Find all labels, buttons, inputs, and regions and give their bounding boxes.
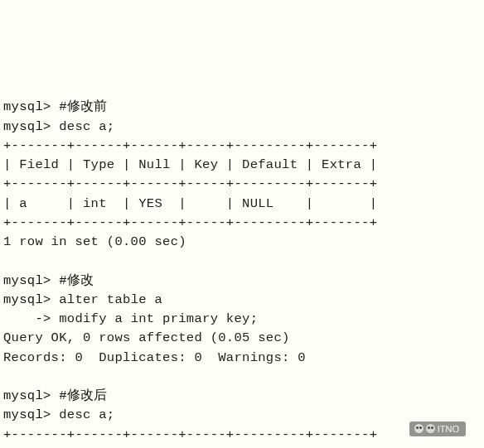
wechat-icon [414,424,424,433]
mysql-cont-prompt: -> [3,311,51,326]
comment-after: #修改后 [59,388,108,403]
comment-modify: #修改 [59,273,94,288]
rows-in-set: 1 row in set (0.00 sec) [3,234,186,249]
wechat-icon [426,424,435,433]
comment-before: #修改前 [59,99,108,114]
mysql-prompt: mysql> [3,407,51,422]
table-row: | a | int | YES | | NULL | | [3,196,377,211]
table-border: +-------+------+------+-----+---------+-… [3,176,377,191]
sql-modify-column: modify a int primary key; [59,311,258,326]
table-border: +-------+------+------+-----+---------+-… [3,427,377,442]
mysql-prompt: mysql> [3,388,51,403]
watermark-badge: ITNO [409,422,466,436]
sql-alter-table: alter table a [59,292,162,307]
table-border: +-------+------+------+-----+---------+-… [3,138,377,153]
sql-desc-before: desc a; [59,119,114,134]
watermark-text: ITNO [438,423,459,435]
mysql-prompt: mysql> [3,119,51,134]
table-border: +-------+------+------+-----+---------+-… [3,215,377,230]
records-summary: Records: 0 Duplicates: 0 Warnings: 0 [3,350,306,365]
table-header: | Field | Type | Null | Key | Default | … [3,157,377,172]
query-ok: Query OK, 0 rows affected (0.05 sec) [3,330,290,345]
mysql-prompt: mysql> [3,99,51,114]
sql-desc-after: desc a; [59,407,114,422]
mysql-prompt: mysql> [3,273,51,288]
mysql-terminal: mysql> #修改前 mysql> desc a; +-------+----… [3,79,481,448]
mysql-prompt: mysql> [3,292,51,307]
